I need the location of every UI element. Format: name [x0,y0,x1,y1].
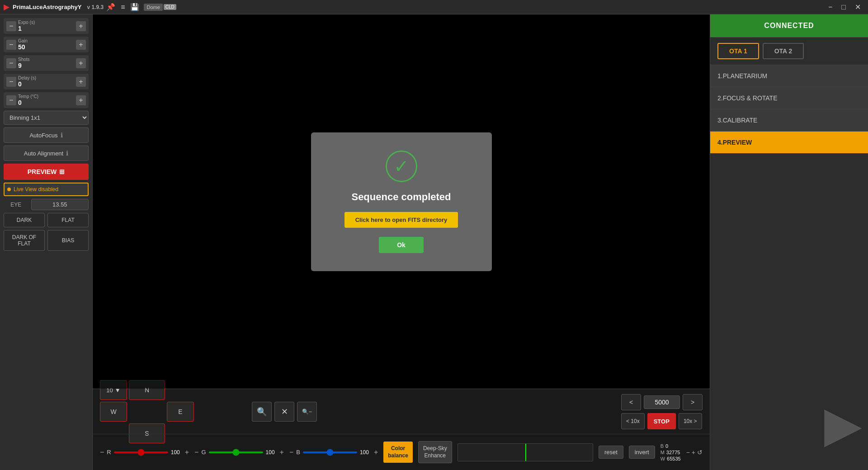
expo-plus-button[interactable]: + [76,21,86,31]
live-view-button[interactable]: Live View disabled [4,183,89,196]
save-icon[interactable]: 💾 [127,3,142,11]
settings-icon[interactable]: ≡ [118,3,127,11]
g-channel-group: − G 100 + [194,448,284,456]
autofocus-button[interactable]: AutoFocus ℹ [4,127,89,143]
binning-select[interactable]: Binning 1x1 [4,111,89,125]
temp-minus-button[interactable]: − [6,95,16,105]
nav-west-button[interactable]: W [100,402,127,422]
g-slider[interactable] [209,451,263,453]
delay-label: Delay (s) [18,75,36,80]
cld-badge: CLD [164,4,176,10]
dark-button[interactable]: DARK [4,213,45,227]
bottom-controls: N W 10 ▼ E S 🔍 ✕ 🔍− < > [93,389,710,470]
window-controls: − □ ✕ [825,2,864,12]
w-stat-value: 65535 [667,456,681,461]
shots-minus-button[interactable]: − [6,58,16,68]
auto-alignment-button[interactable]: Auto Alignment ℹ [4,146,89,161]
temp-plus-button[interactable]: + [76,95,86,105]
r-minus-button[interactable]: − [100,448,104,456]
temp-control: − Temp (°C) 0 + [4,92,89,108]
close-button[interactable]: ✕ [851,2,864,12]
preview-section-button[interactable]: 4.PREVIEW [710,132,868,154]
g-plus-button[interactable]: + [280,448,284,456]
g-label: G [201,449,206,456]
position-controls: < > < 10x STOP 10x > [621,394,703,429]
histogram-controls: − + ↺ [686,449,703,456]
dark-of-flat-button[interactable]: DARK OF FLAT [4,230,45,251]
m-stat-value: 32775 [666,450,680,455]
temp-value: 0 [18,99,22,106]
histogram-bar [458,443,593,461]
r-label: R [107,449,111,456]
b-stat-label: B [660,443,664,449]
color-balance-button[interactable]: Colorbalance [383,442,413,463]
play-arrow-icon: ▶ [824,399,859,452]
g-minus-button[interactable]: − [194,448,198,456]
expo-minus-button[interactable]: − [6,21,16,31]
gain-plus-button[interactable]: + [76,40,86,50]
pos-left-button[interactable]: < [621,394,641,410]
ten-right-button[interactable]: 10x > [679,413,702,429]
delay-minus-button[interactable]: − [6,77,16,87]
eye-label: EYE [4,202,28,208]
app-name: PrimaLuceAstrographyY [13,4,81,10]
expo-control: − Expo (s) 1 + [4,18,89,34]
maximize-button[interactable]: □ [838,2,849,12]
r-channel-group: − R 100 + [100,448,189,456]
bias-button[interactable]: BIAS [47,230,89,251]
histogram-minus-button[interactable]: − [686,449,690,456]
delay-value: 0 [18,80,22,88]
b-plus-button[interactable]: + [374,448,378,456]
pos-value-input[interactable] [644,395,680,409]
shots-control: − Shots 9 + [4,55,89,71]
gain-minus-button[interactable]: − [6,40,16,50]
reset-button[interactable]: reset [599,446,623,459]
preview-icon: ⊞ [59,168,65,175]
b-slider[interactable] [303,451,357,453]
ota1-button[interactable]: OTA 1 [717,43,759,59]
nav-east-button[interactable]: E [167,402,194,422]
stop-button[interactable]: STOP [647,413,676,429]
pos-right-button[interactable]: > [683,394,703,410]
zoom-in-button[interactable]: 🔍 [252,402,272,422]
dome-badge: Dome [144,4,162,11]
modal-overlay: ✓ Sequence completed Click here to open … [93,14,710,389]
calibrate-button[interactable]: 3.CALIBRATE [710,109,868,132]
eye-value: 13.55 [31,199,89,210]
open-fits-button[interactable]: Click here to open FITS directory [344,212,458,228]
planetarium-button[interactable]: 1.PLANETARIUM [710,65,868,87]
invert-button[interactable]: invert [629,446,655,459]
calib-row-2: DARK OF FLAT BIAS [4,230,89,251]
nav-row: N W 10 ▼ E S 🔍 ✕ 🔍− < > [93,389,710,434]
gain-label: Gain [18,38,28,43]
zoom-reset-button[interactable]: ✕ [274,402,294,422]
deep-sky-button[interactable]: Deep-SkyEnhance [418,441,452,463]
histogram-plus-button[interactable]: + [692,449,695,456]
b-label: B [296,449,300,456]
flat-button[interactable]: FLAT [47,213,89,227]
r-plus-button[interactable]: + [185,448,189,456]
g-value: 100 [266,449,277,456]
m-stat-label: M [660,450,665,455]
ok-button[interactable]: Ok [379,237,424,253]
shots-label: Shots [18,57,30,62]
histogram-line [525,444,526,461]
expo-label: Expo (s) [18,20,35,25]
shots-plus-button[interactable]: + [76,58,86,68]
preview-button[interactable]: PREVIEW ⊞ [4,164,89,180]
pin-icon[interactable]: 📌 [104,3,118,11]
r-slider[interactable] [114,451,168,453]
histogram-refresh-button[interactable]: ↺ [697,449,703,456]
b-channel-group: − B 100 + [289,448,378,456]
delay-plus-button[interactable]: + [76,77,86,87]
b-minus-button[interactable]: − [289,448,293,456]
ota2-button[interactable]: OTA 2 [763,43,804,59]
app-logo: ▶ PrimaLuceAstrographyY v 1.9.3 [4,3,104,11]
zoom-out-button[interactable]: 🔍− [297,402,317,422]
minimize-button[interactable]: − [825,2,836,12]
ten-left-button[interactable]: < 10x [621,413,645,429]
gain-control: − Gain 50 + [4,37,89,52]
focus-rotate-button[interactable]: 2.FOCUS & ROTATE [710,87,868,109]
expo-value: 1 [18,25,22,32]
live-view-dot [7,188,11,191]
